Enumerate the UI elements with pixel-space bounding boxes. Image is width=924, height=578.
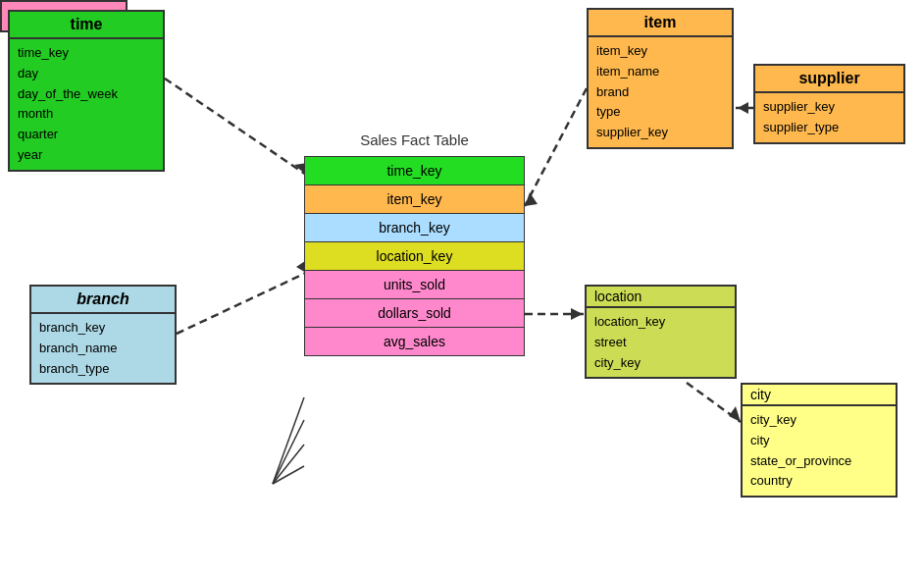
svg-line-6 [177,273,306,334]
branch-title: branch [31,287,175,314]
supplier-body: supplier_key supplier_type [755,93,903,142]
fact-row-dollars-sold: dollars_sold [304,298,525,328]
branch-entity: branch branch_key branch_name branch_typ… [29,285,177,385]
location-entity: location location_key street city_key [585,285,737,379]
city-field-3: state_or_province [750,451,888,472]
location-body: location_key street city_key [587,308,735,377]
fact-row-branch-key: branch_key [304,213,525,242]
city-field-2: city [750,431,888,451]
branch-field-1: branch_key [39,318,167,339]
location-title: location [587,287,735,308]
svg-line-2 [525,88,587,206]
fact-row-location-key: location_key [304,241,525,271]
branch-field-2: branch_name [39,339,167,359]
item-field-5: supplier_key [596,123,724,143]
svg-line-15 [273,466,304,484]
time-field-4: month [18,104,155,125]
item-title: item [589,10,732,37]
fact-row-time-key: time_key [304,156,525,185]
branch-field-3: branch_type [39,359,167,380]
svg-line-12 [273,397,304,484]
item-field-4: type [596,102,724,123]
svg-line-10 [687,383,741,422]
time-field-3: day_of_the_week [18,84,155,105]
time-field-2: day [18,64,155,84]
fact-row-item-key: item_key [304,184,525,214]
location-field-3: city_key [594,353,727,374]
city-title: city [743,385,896,406]
svg-marker-11 [729,406,741,422]
svg-line-0 [165,79,306,175]
city-field-4: country [750,471,888,492]
time-field-6: year [18,145,155,166]
svg-line-13 [273,420,304,484]
city-field-1: city_key [750,410,888,431]
fact-row-units-sold: units_sold [304,270,525,299]
time-field-5: quarter [18,125,155,145]
item-field-2: item_name [596,62,724,82]
svg-marker-9 [571,308,583,320]
time-body: time_key day day_of_the_week month quart… [10,39,163,170]
fact-table: Sales Fact Table time_key item_key branc… [304,128,525,355]
svg-line-14 [273,445,304,484]
item-field-1: item_key [596,41,724,62]
supplier-field-2: supplier_type [763,118,896,138]
time-entity: time time_key day day_of_the_week month … [8,10,165,172]
city-body: city_key city state_or_province country [743,406,896,496]
time-field-1: time_key [18,43,155,64]
fact-row-avg-sales: avg_sales [304,327,525,356]
svg-marker-3 [525,192,538,206]
location-field-1: location_key [594,312,727,333]
item-body: item_key item_name brand type supplier_k… [589,37,732,147]
location-field-2: street [594,333,727,353]
fact-table-title: Sales Fact Table [304,128,525,156]
item-field-3: brand [596,82,724,103]
branch-body: branch_key branch_name branch_type [31,314,175,383]
time-title: time [10,12,163,39]
item-entity: item item_key item_name brand type suppl… [587,8,734,149]
city-entity: city city_key city state_or_province cou… [741,383,898,498]
supplier-title: supplier [755,66,903,93]
supplier-field-1: supplier_key [763,97,896,118]
svg-marker-5 [738,102,748,114]
supplier-entity: supplier supplier_key supplier_type [753,64,905,144]
diagram-container: time time_key day day_of_the_week month … [0,0,924,578]
